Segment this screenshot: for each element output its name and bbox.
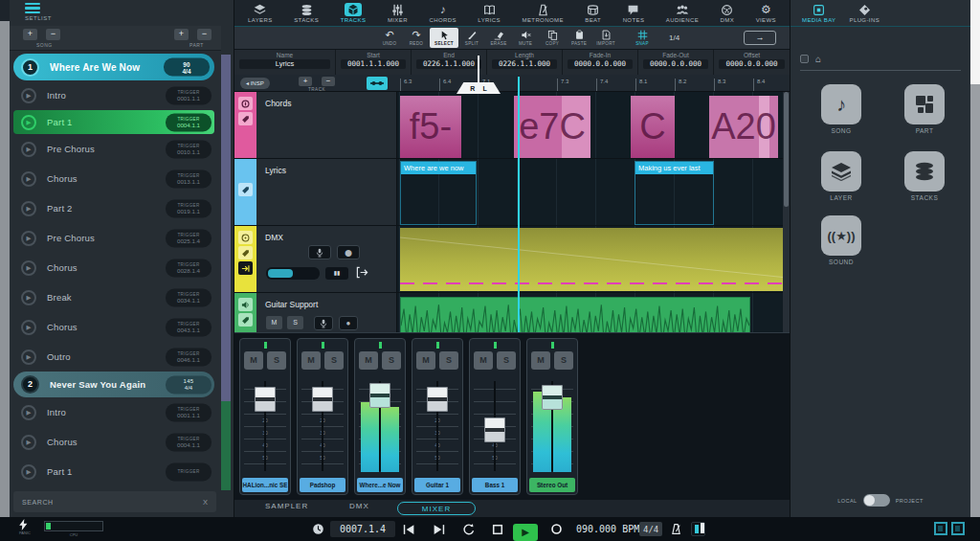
tab-dmx-lower[interactable]: DMX [349,502,369,510]
fader-handle[interactable] [312,387,333,412]
record-button[interactable]: ● [337,245,360,259]
record-button[interactable]: ● [339,316,358,330]
setlist-part-item[interactable]: ▶ Outro TRIGGER0046.1.1 [13,342,214,372]
event-length-value[interactable]: 0226.1.1.000 [492,59,557,69]
mixer-channel[interactable]: M S 20 30 40 50 Padshop [297,338,348,495]
channel-solo-button[interactable]: S [267,351,286,370]
tag-icon[interactable] [238,183,253,196]
tab-mixer-lower[interactable]: MIXER [397,502,476,515]
redo-button[interactable]: ↷ REDO [403,30,430,46]
speaker-icon[interactable] [238,298,253,311]
audio-event-waveform[interactable] [400,297,750,332]
play-icon[interactable]: ▶ [21,142,36,157]
search-clear-button[interactable]: X [203,498,208,507]
guitar-track-header[interactable]: Guitar Support M S ● [256,293,397,332]
channel-mute-button[interactable]: M [474,351,493,370]
setlist-part-item[interactable]: ▶ Chorus TRIGGER0028.1.4 [13,253,214,282]
fader-handle[interactable] [542,385,563,410]
tab-notes[interactable]: NOTES [619,0,649,26]
play-icon[interactable]: ▶ [21,171,36,187]
play-icon[interactable]: ▶ [21,320,36,335]
media-tile-sound[interactable]: ((★)) [821,215,861,256]
copy-tool-button[interactable]: COPY [539,30,566,46]
mini-window-button[interactable] [934,522,947,535]
skip-forward-button[interactable] [433,517,445,541]
panic-button[interactable]: PANIC [19,519,31,535]
setlist-part-item[interactable]: ▶ Chorus TRIGGER0004.1.1 [13,427,214,457]
setlist-song-item[interactable]: 2 Never Saw You Again 1454/4 [13,372,214,397]
event-name-value[interactable]: Lyrics [239,59,330,69]
track-vertical-scrollbar[interactable] [783,92,790,332]
event-fadeout-value[interactable]: 0000.0.0.000 [643,59,708,69]
channel-solo-button[interactable]: S [439,351,458,370]
mixer-channel[interactable]: M S 20 30 40 50 Guitar 1 [412,338,463,495]
channel-mute-button[interactable]: M [359,351,378,370]
lyric-event[interactable]: Making us ever last [635,161,714,225]
play-icon[interactable]: ▶ [21,435,36,450]
mic-monitor-button[interactable] [314,316,333,330]
mic-monitor-button[interactable] [308,245,331,259]
channel-mute-button[interactable]: M [301,351,321,370]
channel-mute-button[interactable]: M [244,351,263,370]
position-display[interactable]: 0007.1.4 [330,521,395,537]
channel-solo-button[interactable]: S [382,351,401,370]
import-tool-button[interactable]: IMPORT [592,30,619,46]
play-icon[interactable]: ▶ [21,201,36,216]
tab-metronome[interactable]: METRONOME [519,0,568,26]
time-format-clock-icon[interactable] [312,517,324,541]
fader-handle[interactable] [484,417,505,442]
setlist-part-item[interactable]: ▶ Break TRIGGER0034.1.1 [13,282,214,312]
play-icon[interactable]: ▶ [21,290,36,305]
performance-meter-icon[interactable] [691,517,705,541]
home-icon[interactable]: ⌂ [815,54,821,64]
local-project-toggle[interactable] [863,494,890,507]
play-icon[interactable]: ▶ [21,231,36,246]
channel-name[interactable]: Where...e Now [357,478,403,492]
media-tile-song[interactable]: ♪ [821,84,861,124]
split-tool-button[interactable]: SPLIT [458,30,485,46]
tab-chords[interactable]: ♪ CHORDS [425,0,459,26]
chord-event[interactable]: C [631,96,675,158]
timeline-ruler[interactable]: 6.3 6.4 7.1 7.3 7.4 8.1 8.2 8.3 8.4 [397,75,783,91]
tab-lyrics[interactable]: LYRICS [474,0,504,26]
filter-checkbox[interactable] [800,55,809,63]
tab-sampler[interactable]: SAMPLER [265,502,308,510]
setlist-part-item[interactable]: ▶ Intro TRIGGER0001.1.1 [13,80,214,110]
cycle-marker-flag[interactable]: RL [457,82,501,94]
automation-button[interactable] [367,77,388,90]
chord-event[interactable]: f5- [400,96,461,158]
play-icon[interactable]: ▶ [21,464,36,480]
event-fadein-value[interactable]: 0000.0.0.000 [568,59,633,69]
remove-track-button[interactable]: − [322,77,335,86]
play-icon[interactable]: ▶ [21,405,36,420]
channel-solo-button[interactable]: S [554,351,573,370]
event-start-value[interactable]: 0001.1.1.000 [341,59,406,69]
play-icon[interactable]: ▶ [21,115,36,130]
tab-tracks[interactable]: TRACKS [337,0,370,26]
record-button[interactable] [550,517,563,541]
tab-views[interactable]: ⚙ VIEWS [752,0,780,26]
channel-name[interactable]: HALion...nic SE [242,478,288,492]
channel-mute-button[interactable]: M [531,351,550,370]
play-icon[interactable]: ▶ [21,88,36,103]
mini-window-button[interactable] [951,522,965,535]
setlist-part-item[interactable]: ▶ Part 1 TRIGGER [13,457,214,486]
channel-name[interactable]: Padshop [300,478,345,492]
channel-name[interactable]: Guitar 1 [414,478,460,492]
add-part-button[interactable]: + [174,29,189,40]
track-solo-button[interactable]: S [287,316,303,329]
channel-solo-button[interactable]: S [497,351,516,370]
inspector-toggle-button[interactable]: ◂ INSP [240,78,270,89]
remove-part-button[interactable]: − [197,29,212,40]
chords-track-header[interactable]: Chords [256,92,397,158]
lyrics-track-header[interactable]: Lyrics [256,159,397,225]
media-tile-layer[interactable] [821,151,861,192]
tab-audience[interactable]: AUDIENCE [662,0,702,26]
output-routing-icon[interactable] [356,266,368,279]
erase-tool-button[interactable]: ERASE [485,30,512,46]
mixer-channel[interactable]: M S 20 30 40 50 Where...e Now [354,338,406,495]
event-offset-value[interactable]: 0000.0.0.000 [719,59,785,69]
chord-event[interactable]: e7C [514,96,590,158]
tag-icon[interactable] [238,246,253,259]
setlist-part-playing[interactable]: ▶ Part 1 TRIGGER0004.1.1 [13,110,214,134]
